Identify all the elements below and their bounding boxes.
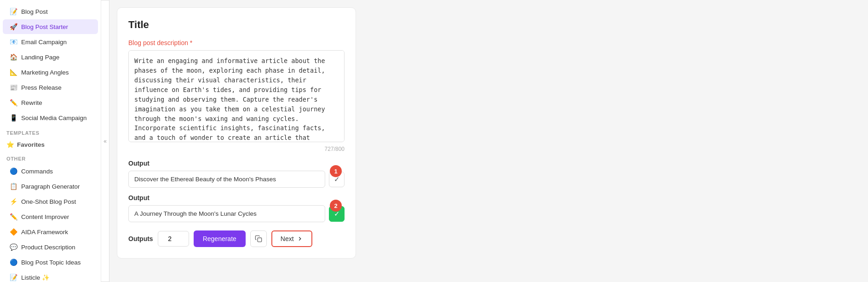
- sidebar-item-content-improver[interactable]: ✏️ Content Improver: [3, 209, 98, 224]
- sidebar-item-label: Social Media Campaign: [21, 115, 87, 121]
- rewrite-icon: ✏️: [9, 98, 17, 107]
- output-row-2: ✓: [128, 205, 345, 222]
- outputs-label: Outputs: [128, 235, 153, 242]
- press-release-icon: 📰: [9, 83, 17, 92]
- sidebar-item-blog-post[interactable]: 📝 Blog Post: [3, 4, 98, 19]
- sidebar-item-paragraph-generator[interactable]: 📋 Paragraph Generator: [3, 179, 98, 194]
- panel-title: Title: [128, 19, 345, 31]
- output-input-2[interactable]: [128, 205, 325, 222]
- paragraph-icon: 📋: [9, 182, 17, 190]
- next-button[interactable]: Next: [271, 230, 312, 247]
- main-area: Title Blog post description * Write an e…: [109, 0, 868, 282]
- char-count: 727/800: [128, 146, 345, 152]
- next-chevron-icon: [297, 236, 303, 242]
- product-description-icon: 💬: [9, 243, 17, 251]
- aida-icon: 🔶: [9, 228, 17, 236]
- sidebar-item-blog-post-starter[interactable]: 🚀 Blog Post Starter: [3, 19, 98, 34]
- output-label-2: Output: [128, 194, 345, 201]
- description-textarea[interactable]: Write an engaging and informative articl…: [128, 50, 345, 142]
- sidebar-item-label: Listicle ✨: [21, 274, 50, 281]
- favorites-star-icon: ⭐: [6, 141, 14, 148]
- sidebar-item-label: Commands: [21, 168, 53, 175]
- sidebar-item-blog-post-topic-ideas[interactable]: 🔵 Blog Post Topic Ideas: [3, 255, 98, 270]
- output-label-1: Output: [128, 160, 345, 167]
- favorites-label: Favorites: [17, 141, 45, 148]
- landing-page-icon: 🏠: [9, 53, 17, 61]
- content-improver-icon: ✏️: [9, 213, 17, 221]
- svg-rect-0: [258, 238, 262, 242]
- blog-topic-icon: 🔵: [9, 258, 17, 266]
- sidebar-item-press-release[interactable]: 📰 Press Release: [3, 80, 98, 95]
- other-section-label: Other: [0, 151, 101, 163]
- copy-icon: [255, 235, 262, 242]
- sidebar-item-label: AIDA Framework: [21, 229, 68, 236]
- output-row-1: ✓: [128, 171, 345, 188]
- outputs-input[interactable]: [158, 231, 189, 247]
- sidebar-item-label: Rewrite: [21, 99, 42, 106]
- sidebar-item-label: Blog Post Starter: [21, 23, 68, 30]
- sidebar-item-label: One-Shot Blog Post: [21, 198, 76, 205]
- collapse-icon: «: [103, 138, 107, 144]
- sidebar-item-commands[interactable]: 🔵 Commands: [3, 164, 98, 178]
- badge-2: 2: [330, 200, 342, 212]
- sidebar-item-aida-framework[interactable]: 🔶 AIDA Framework: [3, 224, 98, 239]
- sidebar-item-label: Blog Post: [21, 8, 48, 15]
- social-media-icon: 📱: [9, 114, 17, 122]
- listicle-icon: 📝: [9, 273, 17, 282]
- email-icon: 📧: [9, 38, 17, 46]
- sidebar-item-listicle[interactable]: 📝 Listicle ✨: [3, 270, 98, 282]
- sidebar-item-label: Blog Post Topic Ideas: [21, 259, 81, 266]
- badge-1: 1: [330, 165, 342, 177]
- commands-icon: 🔵: [9, 167, 17, 175]
- copy-button[interactable]: [250, 230, 267, 247]
- blog-post-starter-icon: 🚀: [9, 23, 17, 31]
- sidebar-item-label: Paragraph Generator: [21, 183, 80, 190]
- marketing-icon: 📐: [9, 68, 17, 76]
- sidebar-item-landing-page[interactable]: 🏠 Landing Page: [3, 50, 98, 64]
- sidebar-item-email-campaign[interactable]: 📧 Email Campaign: [3, 35, 98, 49]
- outputs-row: Outputs Regenerate Next: [128, 230, 345, 247]
- output-input-1[interactable]: [128, 171, 325, 188]
- sidebar-item-label: Landing Page: [21, 54, 59, 61]
- sidebar-item-label: Product Description: [21, 244, 75, 251]
- sidebar-item-product-description[interactable]: 💬 Product Description: [3, 240, 98, 254]
- sidebar-item-marketing-angles[interactable]: 📐 Marketing Angles: [3, 65, 98, 80]
- sidebar-item-label: Press Release: [21, 84, 62, 91]
- sidebar-item-rewrite[interactable]: ✏️ Rewrite: [3, 95, 98, 110]
- field-label: Blog post description *: [128, 39, 345, 46]
- favorites-header[interactable]: ⭐ Favorites: [0, 138, 101, 151]
- blog-post-icon: 📝: [9, 7, 17, 16]
- sidebar-item-social-media-campaign[interactable]: 📱 Social Media Campaign: [3, 110, 98, 125]
- collapse-sidebar-button[interactable]: «: [101, 0, 109, 282]
- sidebar-item-one-shot-blog-post[interactable]: ⚡ One-Shot Blog Post: [3, 194, 98, 209]
- content-panel: Title Blog post description * Write an e…: [117, 7, 356, 259]
- one-shot-icon: ⚡: [9, 197, 17, 206]
- sidebar-item-label: Marketing Angles: [21, 69, 69, 76]
- sidebar-item-label: Content Improver: [21, 213, 69, 220]
- sidebar: 📝 Blog Post 🚀 Blog Post Starter 📧 Email …: [0, 0, 101, 282]
- regenerate-button[interactable]: Regenerate: [194, 230, 246, 247]
- sidebar-item-label: Email Campaign: [21, 39, 67, 46]
- templates-section-label: TEMPLATES: [0, 126, 101, 138]
